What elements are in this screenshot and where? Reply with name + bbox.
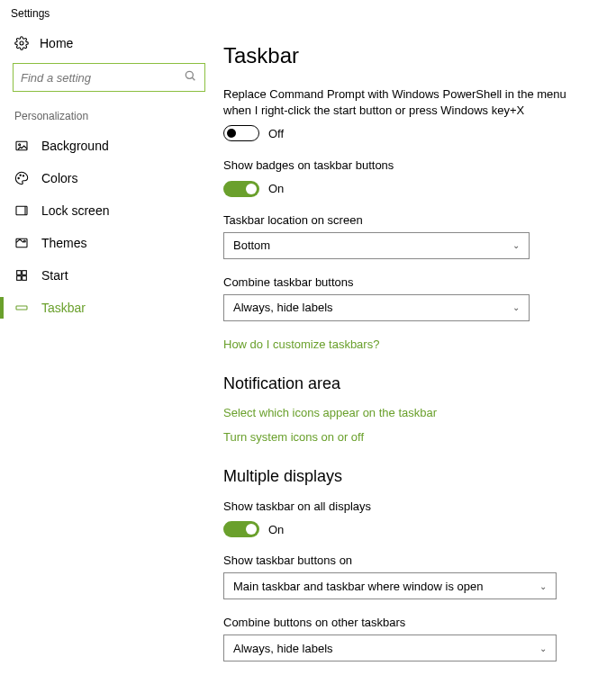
home-label: Home — [40, 36, 73, 50]
customize-link[interactable]: How do I customize taskbars? — [223, 338, 571, 351]
chevron-down-icon: ⌄ — [539, 581, 547, 591]
page-title: Taskbar — [223, 43, 571, 68]
select-icons-link[interactable]: Select which icons appear on the taskbar — [223, 406, 571, 419]
toggle-state-label: On — [268, 523, 284, 536]
combine-other-select[interactable]: Always, hide labels ⌄ — [223, 634, 557, 662]
svg-point-6 — [20, 175, 21, 176]
select-value: Bottom — [233, 238, 270, 252]
themes-icon — [14, 236, 29, 250]
toggle-state-label: Off — [268, 127, 284, 140]
select-value: Always, hide labels — [233, 642, 333, 655]
nav-label: Start — [41, 268, 68, 283]
toggle-state-label: On — [268, 182, 284, 195]
taskbar-location-label: Taskbar location on screen — [223, 213, 571, 227]
nav-label: Colors — [41, 171, 77, 185]
sidebar-item-colors[interactable]: Colors — [9, 162, 216, 194]
svg-rect-15 — [16, 306, 27, 310]
search-icon — [183, 68, 197, 86]
sidebar: Home Personalization Background Colors — [0, 27, 216, 675]
picture-icon — [14, 139, 29, 153]
svg-rect-12 — [23, 271, 27, 275]
svg-line-2 — [192, 77, 195, 80]
chevron-down-icon: ⌄ — [512, 302, 520, 312]
show-all-displays-desc: Show taskbar on all displays — [223, 499, 571, 515]
svg-rect-13 — [17, 276, 22, 281]
search-input[interactable] — [13, 63, 205, 92]
sidebar-item-lockscreen[interactable]: Lock screen — [9, 194, 216, 227]
combine-other-label: Combine buttons on other taskbars — [223, 616, 571, 629]
gear-icon — [14, 36, 29, 50]
svg-point-1 — [186, 71, 193, 78]
main-content: Taskbar Replace Command Prompt with Wind… — [216, 27, 616, 675]
svg-point-10 — [23, 240, 25, 242]
sidebar-item-themes[interactable]: Themes — [9, 227, 216, 259]
show-buttons-on-label: Show taskbar buttons on — [223, 554, 571, 567]
svg-rect-14 — [23, 276, 27, 281]
category-header: Personalization — [9, 106, 216, 130]
show-all-displays-toggle[interactable] — [223, 521, 259, 537]
chevron-down-icon: ⌄ — [512, 240, 520, 250]
badges-setting-desc: Show badges on taskbar buttons — [223, 158, 571, 174]
taskbar-icon — [14, 301, 29, 315]
powershell-setting-desc: Replace Command Prompt with Windows Powe… — [223, 86, 571, 118]
svg-rect-11 — [17, 271, 22, 275]
select-value: Always, hide labels — [233, 301, 333, 314]
home-nav[interactable]: Home — [9, 27, 216, 59]
multiple-displays-title: Multiple displays — [223, 467, 571, 486]
select-value: Main taskbar and taskbar where window is… — [233, 580, 483, 593]
svg-point-0 — [20, 41, 23, 45]
svg-point-7 — [23, 176, 23, 176]
notification-area-title: Notification area — [223, 374, 571, 393]
svg-point-4 — [19, 144, 21, 146]
sidebar-item-start[interactable]: Start — [9, 259, 216, 292]
palette-icon — [14, 171, 29, 185]
chevron-down-icon: ⌄ — [539, 644, 547, 653]
combine-buttons-label: Combine taskbar buttons — [223, 275, 571, 289]
combine-buttons-select[interactable]: Always, hide labels ⌄ — [223, 294, 530, 321]
svg-point-5 — [18, 177, 19, 178]
show-buttons-on-select[interactable]: Main taskbar and taskbar where window is… — [223, 572, 557, 599]
start-icon — [14, 268, 29, 283]
sidebar-item-background[interactable]: Background — [9, 130, 216, 162]
nav-label: Taskbar — [41, 301, 86, 315]
taskbar-location-select[interactable]: Bottom ⌄ — [223, 232, 530, 259]
search-field[interactable] — [21, 71, 183, 85]
nav-label: Themes — [41, 236, 87, 250]
sidebar-item-taskbar[interactable]: Taskbar — [9, 292, 216, 324]
svg-rect-9 — [16, 238, 27, 247]
nav-label: Background — [41, 139, 109, 153]
lock-screen-icon — [14, 203, 29, 218]
nav-label: Lock screen — [41, 203, 109, 218]
system-icons-link[interactable]: Turn system icons on or off — [223, 430, 571, 444]
badges-toggle[interactable] — [223, 181, 259, 197]
window-title: Settings — [0, 0, 616, 27]
powershell-toggle[interactable] — [223, 125, 259, 141]
